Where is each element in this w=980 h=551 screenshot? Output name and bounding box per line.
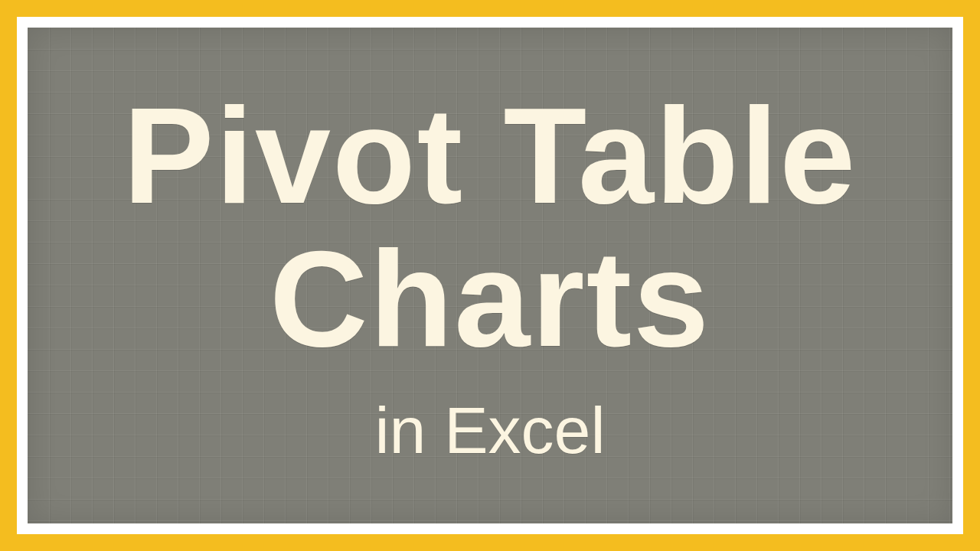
title-line-1: Pivot Table <box>123 85 857 228</box>
subtitle: in Excel <box>374 394 605 467</box>
inner-border: Pivot Table Charts in Excel <box>17 17 963 534</box>
outer-border: Pivot Table Charts in Excel <box>0 0 980 551</box>
title-line-2: Charts <box>270 228 710 371</box>
chalkboard-background: Pivot Table Charts in Excel <box>28 28 952 523</box>
